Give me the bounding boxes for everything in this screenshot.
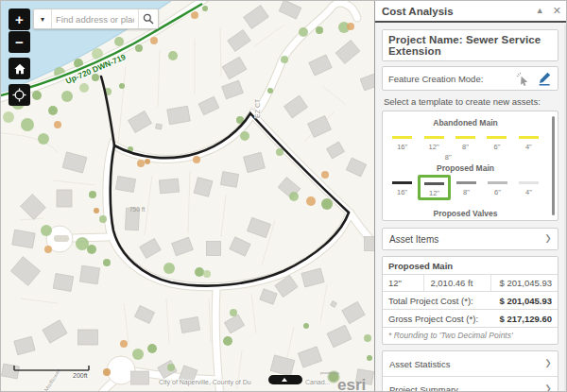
search-icon: [143, 13, 154, 25]
total-project-cost-label: Total Project Cost (*):: [388, 296, 473, 306]
asset-statistics-label: Asset Statistics: [389, 359, 545, 369]
template-label: 8": [462, 143, 469, 151]
abandoned-line-swatch: [487, 136, 507, 139]
template-proposed-6in[interactable]: 6": [482, 176, 513, 201]
template-proposed-4in[interactable]: 4": [513, 176, 544, 201]
template-label: 4": [525, 188, 532, 196]
proposed-main-row: 16" 12" 8" 6" 4": [387, 176, 544, 201]
rounding-footnote: * Rounding to 'Two Decimal Points': [383, 328, 558, 344]
total-project-cost-row: Total Project Cost (*): $ 201,045.93: [383, 292, 558, 310]
panel-body: Project Name: Sewer Service Extension Fe…: [375, 23, 567, 392]
template-label: 16": [397, 143, 407, 151]
zoom-in-button[interactable]: +: [9, 9, 30, 30]
cost-group-header: Proposed Main: [383, 257, 558, 275]
proposed-main-title: Proposed Main: [387, 163, 544, 173]
panel-title: Cost Analysis: [382, 6, 527, 17]
chevron-right-icon: ›: [545, 232, 551, 247]
project-summary-label: Project Summary: [389, 384, 545, 392]
template-proposed-16in[interactable]: 16": [387, 176, 418, 201]
project-summary-expander[interactable]: Project Summary ›: [383, 376, 558, 392]
template-abandoned-12in[interactable]: 12": [418, 130, 449, 152]
close-icon[interactable]: ✕: [553, 6, 561, 16]
template-prompt: Select a template to create new assets:: [384, 96, 557, 107]
locate-icon: [12, 88, 26, 102]
parcel-dim-label: 750 ft: [129, 206, 145, 213]
selected-template-highlight: 12": [418, 175, 451, 200]
feature-creation-mode-label: Feature Creation Mode:: [388, 74, 516, 84]
proposed-line-swatch: [488, 181, 507, 184]
abandoned-line-swatch: [424, 136, 444, 139]
asset-items-expander[interactable]: Asset Items ›: [382, 228, 558, 250]
chevron-right-icon: ›: [545, 357, 551, 371]
asset-items-label: Asset Items: [389, 234, 545, 245]
proposed-valves-title: Proposed Valves: [387, 209, 544, 218]
attribution-toggle[interactable]: [268, 375, 302, 384]
template-abandoned-4in[interactable]: 4": [513, 130, 544, 152]
proposed-line-swatch: [424, 182, 444, 185]
powered-by-label: powered by: [320, 371, 339, 375]
proposed-line-swatch: [392, 181, 412, 184]
scale-label: 200ft: [73, 372, 88, 379]
attribution-right: Canad...: [305, 379, 331, 385]
abandoned-main-row: 16" 12" 8" 6" 4": [387, 130, 544, 152]
asset-statistics-expander[interactable]: Asset Statistics ›: [383, 351, 558, 376]
map-area[interactable]: Up-720 DWN-719 EZ CT 750 ft Mistflower 2…: [1, 1, 374, 392]
template-label: 8": [463, 188, 470, 196]
asset-size: 12": [383, 275, 424, 291]
template-label: 4": [525, 143, 532, 151]
template-label: 6": [494, 143, 501, 151]
abandoned-line-swatch: [519, 136, 539, 139]
extra-sections: Asset Statistics › Project Summary ›: [382, 350, 558, 392]
search-widget: ▾: [33, 9, 159, 29]
template-label: 12": [429, 143, 439, 151]
search-input[interactable]: [52, 9, 138, 28]
total-project-cost-value: $ 201,045.93: [500, 296, 552, 306]
template-proposed-12in-selected[interactable]: 12": [418, 176, 451, 201]
project-name: Project Name: Sewer Service Extension: [382, 29, 558, 61]
proposed-line-swatch: [456, 181, 476, 184]
template-label: 16": [397, 188, 407, 196]
home-icon: [13, 62, 26, 76]
gross-project-cost-row: Gross Project Cost (*): $ 217,129.60: [383, 310, 558, 328]
template-label: 12": [424, 189, 444, 197]
search-source-dropdown[interactable]: ▾: [34, 9, 52, 28]
app-window: Up-720 DWN-719 EZ CT 750 ft Mistflower 2…: [0, 0, 567, 392]
template-proposed-8in[interactable]: 8": [451, 176, 482, 201]
template-abandoned-8in-extra[interactable]: 8": [387, 153, 544, 162]
abandoned-line-swatch: [455, 136, 475, 139]
asset-cost: $ 201,045.93: [491, 275, 558, 291]
template-abandoned-8in[interactable]: 8": [450, 130, 481, 152]
gross-project-cost-value: $ 217,129.60: [500, 314, 552, 324]
asset-length: 2,010.46 ft: [424, 275, 490, 291]
template-scrollbar[interactable]: [552, 116, 555, 215]
map-canvas[interactable]: Up-720 DWN-719 EZ CT 750 ft Mistflower 2…: [1, 1, 374, 392]
draw-mode-pencil-icon[interactable]: [537, 71, 552, 86]
collapse-icon[interactable]: ▲: [536, 7, 544, 15]
search-button[interactable]: [138, 9, 158, 28]
attribution-left: City of Naperville, County of Du: [159, 379, 251, 386]
cost-summary-table: Proposed Main 12" 2,010.46 ft $ 201,045.…: [382, 256, 558, 345]
street-label-ez-ct: EZ CT: [254, 98, 261, 118]
smart-mode-wand-icon[interactable]: [516, 72, 530, 86]
template-label: 6": [494, 188, 501, 196]
home-button[interactable]: [9, 58, 30, 79]
template-abandoned-16in[interactable]: 16": [387, 130, 418, 152]
gross-project-cost-label: Gross Project Cost (*):: [388, 314, 478, 324]
abandoned-main-title: Abandoned Main: [387, 118, 544, 128]
locate-button[interactable]: [9, 84, 30, 106]
zoom-out-button[interactable]: −: [9, 31, 30, 53]
cost-table-row: 12" 2,010.46 ft $ 201,045.93: [383, 275, 558, 292]
template-picker: Abandoned Main 16" 12" 8" 6" 4" 8" Propo…: [382, 111, 558, 221]
abandoned-line-swatch: [392, 136, 412, 139]
proposed-line-swatch: [519, 181, 539, 184]
feature-creation-mode: Feature Creation Mode:: [382, 66, 558, 91]
cost-analysis-panel: Cost Analysis ▲ ✕ Project Name: Sewer Se…: [374, 1, 567, 391]
template-abandoned-6in[interactable]: 6": [481, 130, 512, 152]
esri-label: esri: [337, 376, 366, 392]
panel-header: Cost Analysis ▲ ✕: [375, 1, 567, 23]
chevron-right-icon: ›: [545, 383, 551, 392]
